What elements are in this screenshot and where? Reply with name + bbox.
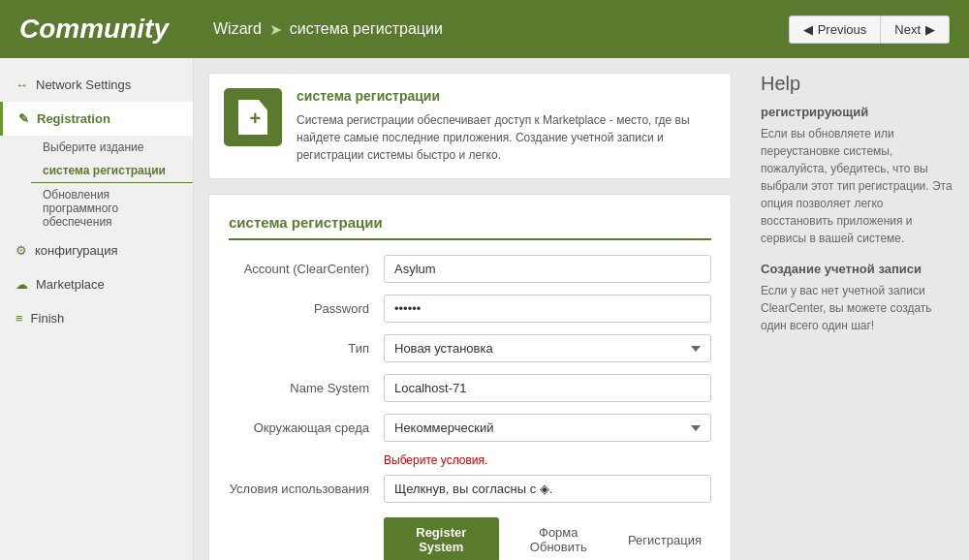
env-select[interactable]: Некоммерческий xyxy=(384,414,711,442)
breadcrumb: Wizard ➤ система регистрации xyxy=(213,20,789,39)
breadcrumb-arrow-icon: ➤ xyxy=(269,20,282,39)
type-label: Тип xyxy=(229,341,384,356)
name-label: Name System xyxy=(229,381,384,395)
info-content: система регистрации Система регистрации … xyxy=(297,88,716,164)
form-title: система регистрации xyxy=(229,214,711,240)
error-message: Выберите условия. xyxy=(384,453,711,467)
sidebar: ↔ Network Settings ✎ Registration Выбери… xyxy=(0,58,194,560)
form-actions: Register System Форма Обновить Регистрац… xyxy=(229,517,711,560)
main-content: система регистрации Система регистрации … xyxy=(194,58,746,560)
help-section-2-text: Если у вас нет учетной записи ClearCente… xyxy=(761,282,954,334)
register-system-button[interactable]: Register System xyxy=(384,517,499,560)
name-input[interactable] xyxy=(384,374,711,402)
name-row: Name System xyxy=(229,374,711,402)
sidebar-item-configuration[interactable]: ⚙ конфигурация xyxy=(0,233,193,267)
marketplace-icon: ☁ xyxy=(16,277,28,292)
help-title: Help xyxy=(761,73,954,95)
sidebar-item-registration-label: Registration xyxy=(37,111,110,126)
help-section-1-text: Если вы обновляете или переустановке сис… xyxy=(761,125,954,247)
sidebar-sub-updates[interactable]: Обновления программного обеспечения xyxy=(31,183,193,233)
sidebar-item-marketplace-label: Marketplace xyxy=(36,277,105,292)
previous-button[interactable]: ◀ Previous xyxy=(789,16,882,44)
breadcrumb-current: система регистрации xyxy=(290,20,443,38)
brand-logo: Community xyxy=(19,14,213,45)
sidebar-item-network[interactable]: ↔ Network Settings xyxy=(0,68,193,102)
info-icon xyxy=(224,88,282,146)
env-row: Окружающая среда Некоммерческий xyxy=(229,414,711,442)
sidebar-item-finish-label: Finish xyxy=(31,311,65,326)
sidebar-sub-edition[interactable]: Выберите издание xyxy=(31,136,193,159)
password-input[interactable] xyxy=(384,295,711,323)
breadcrumb-root: Wizard xyxy=(213,20,262,38)
configuration-icon: ⚙ xyxy=(16,243,27,258)
sidebar-item-network-label: Network Settings xyxy=(36,78,131,92)
help-section-1-title: регистрирующий xyxy=(761,105,954,119)
sidebar-sub-systemreg[interactable]: система регистрации xyxy=(31,159,193,183)
sidebar-item-registration[interactable]: ✎ Registration xyxy=(0,102,193,136)
password-row: Password xyxy=(229,295,711,323)
info-title: система регистрации xyxy=(297,88,716,104)
header: Community Wizard ➤ система регистрации ◀… xyxy=(0,0,969,58)
env-label: Окружающая среда xyxy=(229,420,384,435)
previous-icon: ◀ xyxy=(803,22,813,37)
info-text: Система регистрации обеспечивает доступ … xyxy=(297,111,716,164)
terms-label: Условия использования xyxy=(229,482,384,496)
finish-icon: ≡ xyxy=(16,311,23,326)
next-label: Next xyxy=(894,22,921,37)
sidebar-item-configuration-label: конфигурация xyxy=(35,243,118,258)
type-select[interactable]: Новая установка xyxy=(384,334,711,362)
registration-icon: ✎ xyxy=(18,111,29,126)
terms-row: Условия использования xyxy=(229,475,711,503)
account-input[interactable] xyxy=(384,255,711,283)
registration-button[interactable]: Регистрация xyxy=(618,525,711,555)
next-button[interactable]: Next ▶ xyxy=(881,16,950,44)
sidebar-item-finish[interactable]: ≡ Finish xyxy=(0,301,193,335)
help-panel: Help регистрирующий Если вы обновляете и… xyxy=(746,58,969,560)
sidebar-item-marketplace[interactable]: ☁ Marketplace xyxy=(0,267,193,301)
info-box: система регистрации Система регистрации … xyxy=(208,73,732,179)
next-icon: ▶ xyxy=(925,22,935,37)
sidebar-sub-menu: Выберите издание система регистрации Обн… xyxy=(0,136,193,233)
form-box: система регистрации Account (ClearCenter… xyxy=(208,194,732,560)
terms-input[interactable] xyxy=(384,475,711,503)
account-label: Account (ClearCenter) xyxy=(229,262,384,276)
network-icon: ↔ xyxy=(16,78,28,92)
layout: ↔ Network Settings ✎ Registration Выбери… xyxy=(0,58,969,560)
update-button[interactable]: Форма Обновить xyxy=(507,517,610,560)
help-section-2-title: Создание учетной записи xyxy=(761,262,954,276)
account-row: Account (ClearCenter) xyxy=(229,255,711,283)
type-row: Тип Новая установка xyxy=(229,334,711,362)
previous-label: Previous xyxy=(818,22,867,37)
password-label: Password xyxy=(229,301,384,316)
nav-buttons: ◀ Previous Next ▶ xyxy=(789,16,950,44)
